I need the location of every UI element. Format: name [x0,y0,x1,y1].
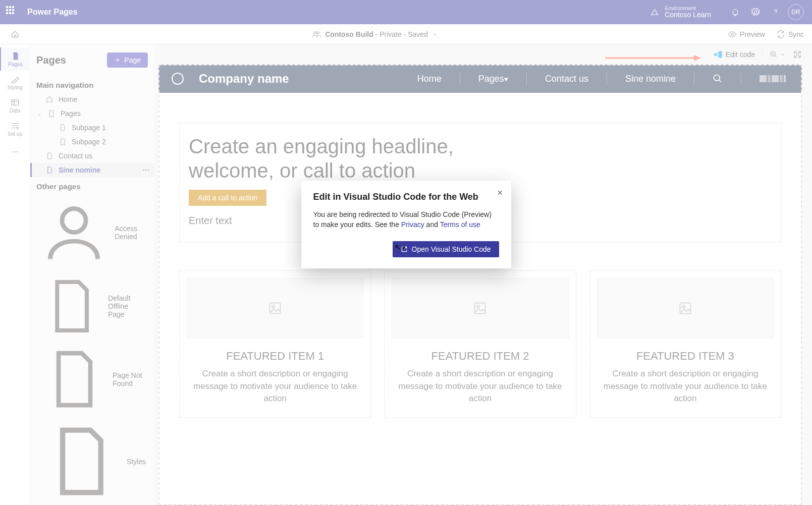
dialog-body: You are being redirected to Visual Studi… [313,209,499,230]
dialog-title: Edit in Visual Studio Code for the Web [313,192,499,202]
terms-link[interactable]: Terms of use [440,220,480,229]
open-external-icon [401,246,408,253]
vscode-dialog: Edit in Visual Studio Code for the Web ✕… [301,181,511,268]
open-vscode-button[interactable]: Open Visual Studio Code [393,241,499,257]
dialog-close-icon[interactable]: ✕ [497,189,503,197]
privacy-link[interactable]: Privacy [401,220,424,229]
